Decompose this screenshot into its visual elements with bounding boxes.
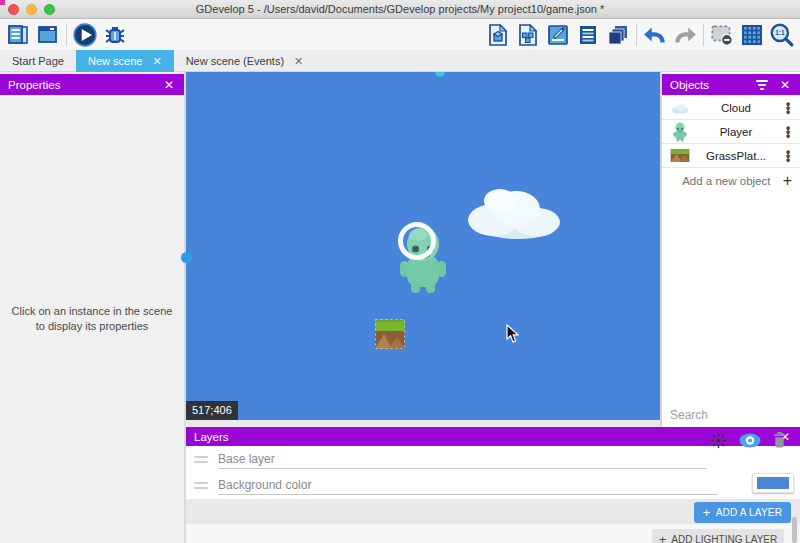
edit-pencil-icon <box>546 23 570 47</box>
object-menu-icon[interactable]: ••• <box>782 102 794 114</box>
main-toolbar: 1:1 <box>0 19 800 50</box>
object-row-cloud[interactable]: Cloud ••• <box>662 96 800 120</box>
cloud-instance[interactable] <box>458 183 564 241</box>
add-lighting-layer-button[interactable]: + ADD LIGHTING LAYER <box>652 529 784 543</box>
layers-editor-button[interactable] <box>603 21 633 49</box>
toolbar-separator <box>66 24 67 46</box>
effects-sparkle-icon <box>710 432 727 449</box>
layer-visibility-button[interactable] <box>739 433 761 448</box>
background-color-swatch <box>757 477 789 489</box>
toolbar-separator <box>703 24 704 46</box>
properties-panel: Properties ✕ Click on an instance in the… <box>0 72 184 543</box>
object-name: Cloud <box>690 102 782 114</box>
plus-icon: + <box>659 532 667 543</box>
close-icon[interactable]: ✕ <box>162 78 176 92</box>
objects-panel-header: Objects ✕ <box>662 74 800 95</box>
tab-label: Start Page <box>12 55 64 67</box>
object-row-player[interactable]: Player ••• <box>662 120 800 144</box>
project-manager-button[interactable] <box>3 21 33 49</box>
debug-bug-icon <box>103 23 127 47</box>
object-groups-editor-button[interactable] <box>513 21 543 49</box>
editor-tabbar: Start Page New scene ✕ New scene (Events… <box>0 50 800 72</box>
tab-label: New scene <box>88 55 142 67</box>
player-thumbnail <box>670 122 690 142</box>
scene-properties-button[interactable] <box>543 21 573 49</box>
canvas-bottom-gap <box>186 420 660 427</box>
scene-canvas[interactable]: 517;406 <box>186 72 660 420</box>
objects-panel: Objects ✕ Cloud ••• <box>662 72 800 427</box>
window-title: GDevelop 5 - /Users/david/Documents/GDev… <box>0 0 800 19</box>
instances-list-button[interactable] <box>573 21 603 49</box>
tab-new-scene-events[interactable]: New scene (Events) ✕ <box>174 50 316 72</box>
add-object-label: Add a new object <box>670 175 783 187</box>
selection-ring <box>398 222 436 260</box>
toggle-mask-button[interactable] <box>707 21 737 49</box>
zoom-reset-button[interactable]: 1:1 <box>767 21 797 49</box>
eye-icon <box>739 433 761 448</box>
project-manager-icon <box>6 23 30 47</box>
objects-panel-title: Objects <box>670 79 756 91</box>
grass-platform-thumbnail <box>670 146 690 166</box>
gdevelop-window: GDevelop 5 - /Users/david/Documents/GDev… <box>0 0 800 543</box>
layer-name-input[interactable] <box>218 475 718 495</box>
cursor-coordinates-badge: 517;406 <box>186 401 238 420</box>
filter-icon[interactable] <box>756 80 768 90</box>
vertical-scroll-handle[interactable] <box>181 252 192 263</box>
objects-editor-button[interactable] <box>483 21 513 49</box>
plus-icon: + <box>783 172 792 190</box>
toolbar-separator <box>636 24 637 46</box>
layer-name-input[interactable] <box>218 449 706 469</box>
play-preview-button[interactable] <box>70 21 100 49</box>
scene-window-icon <box>36 23 60 47</box>
layer-delete-button[interactable] <box>773 432 786 448</box>
grass-platform-instance[interactable] <box>375 319 405 349</box>
undo-button[interactable] <box>640 21 670 49</box>
debug-button[interactable] <box>100 21 130 49</box>
redo-button[interactable] <box>670 21 700 49</box>
objects-editor-icon <box>486 23 510 47</box>
objects-search-input[interactable] <box>670 408 800 422</box>
add-layer-label: ADD A LAYER <box>716 507 783 518</box>
horizontal-scroll-handle[interactable] <box>435 72 445 77</box>
layers-panel: Layers ✕ <box>186 427 800 543</box>
add-layer-button[interactable]: + ADD A LAYER <box>694 502 791 523</box>
properties-panel-title: Properties <box>8 79 162 91</box>
objects-search-row <box>662 402 800 427</box>
drag-handle-icon[interactable] <box>194 453 208 466</box>
add-new-object-button[interactable]: Add a new object + <box>662 168 800 194</box>
properties-panel-header: Properties ✕ <box>0 74 184 95</box>
plus-icon: + <box>703 505 711 520</box>
tab-new-scene[interactable]: New scene ✕ <box>76 50 174 72</box>
background-color-swatch-button[interactable] <box>752 473 794 493</box>
object-groups-icon <box>516 23 540 47</box>
drag-handle-icon[interactable] <box>194 479 208 492</box>
scene-window-button[interactable] <box>33 21 63 49</box>
close-icon[interactable]: ✕ <box>778 78 792 92</box>
mask-icon <box>709 22 735 48</box>
mouse-cursor-icon <box>506 324 519 343</box>
object-menu-icon[interactable]: ••• <box>782 126 794 138</box>
undo-arrow-icon <box>642 22 668 48</box>
properties-empty-hint: Click on an instance in the scene to dis… <box>0 304 184 334</box>
layers-panel-title: Layers <box>194 431 778 443</box>
toggle-grid-button[interactable] <box>737 21 767 49</box>
layer-effects-button[interactable] <box>710 432 727 449</box>
object-menu-icon[interactable]: ••• <box>782 150 794 162</box>
zoom-one-to-one-icon: 1:1 <box>769 22 795 48</box>
layers-stack-icon <box>606 23 630 47</box>
object-name: GrassPlat... <box>690 150 782 162</box>
object-row-grassplatform[interactable]: GrassPlat... ••• <box>662 144 800 168</box>
vertical-scrollbar[interactable] <box>792 517 797 543</box>
tab-start-page[interactable]: Start Page <box>0 50 76 72</box>
play-icon <box>72 22 98 48</box>
redo-arrow-icon <box>672 22 698 48</box>
tab-close-icon[interactable]: ✕ <box>152 55 161 68</box>
tab-close-icon[interactable]: ✕ <box>294 55 303 68</box>
trash-icon <box>773 432 786 448</box>
layers-panel-header: Layers ✕ <box>186 427 800 446</box>
layer-row-background-color <box>186 472 800 498</box>
svg-text:1:1: 1:1 <box>775 29 785 36</box>
object-name: Player <box>690 126 782 138</box>
add-lighting-layer-label: ADD LIGHTING LAYER <box>671 534 777 543</box>
layer-row-base <box>186 446 800 472</box>
